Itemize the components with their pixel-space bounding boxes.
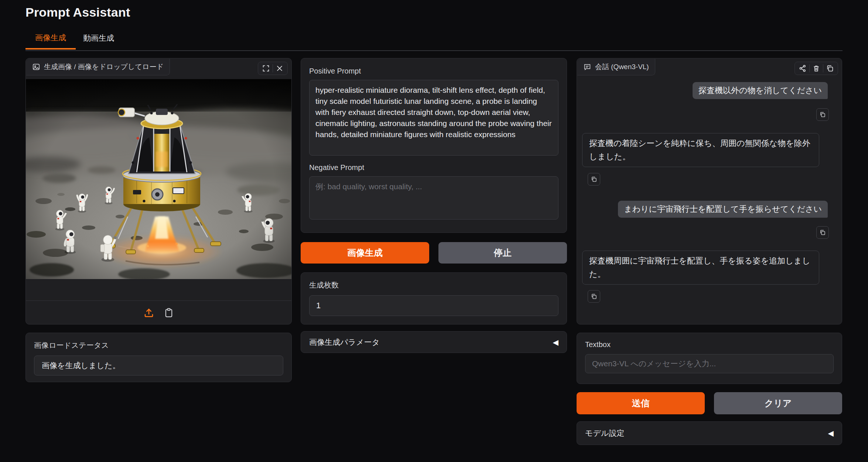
- generated-image-panel: 生成画像 / 画像をドロップしてロード: [25, 58, 292, 325]
- image-params-accordion[interactable]: 画像生成パラメータ ◀: [301, 331, 567, 353]
- chat-panel-label-chip: 会話 (Qwen3-VL): [577, 59, 655, 75]
- accordion-collapsed-icon: ◀: [553, 338, 558, 347]
- textbox-label: Textbox: [585, 340, 834, 349]
- image-panel-label-chip: 生成画像 / 画像をドロップしてロード: [26, 59, 170, 75]
- copy-icon: [819, 111, 826, 118]
- chat-message-list: 探査機以外の物を消してください 探査機の着陸シーンを純粋に保ち、周囲の無関係な物…: [582, 82, 842, 303]
- accordion-collapsed-icon: ◀: [828, 429, 834, 438]
- copy-icon: [826, 64, 834, 72]
- clipboard-icon: [164, 308, 174, 318]
- generate-image-button[interactable]: 画像生成: [301, 242, 429, 264]
- upload-icon: [143, 307, 154, 318]
- chat-message-assistant: 探査機の着陸シーンを純粋に保ち、周囲の無関係な物を除外しました。: [582, 133, 819, 167]
- chat-input-panel: Textbox: [577, 333, 842, 384]
- image-panel-label: 生成画像 / 画像をドロップしてロード: [44, 62, 164, 72]
- chat-message-user: 探査機以外の物を消してください: [693, 82, 828, 99]
- page-title: Prompt Assistant: [25, 5, 130, 20]
- negative-prompt-input[interactable]: [309, 176, 558, 220]
- generation-buttons-row: 画像生成 停止: [301, 242, 567, 264]
- model-settings-accordion-label: モデル設定: [585, 428, 624, 438]
- fullscreen-button[interactable]: [259, 63, 273, 74]
- copy-message-button[interactable]: [588, 290, 600, 303]
- copy-icon: [591, 176, 597, 183]
- image-panel-toolbar: [258, 62, 288, 75]
- copy-message-button[interactable]: [816, 226, 829, 239]
- image-params-accordion-label: 画像生成パラメータ: [309, 337, 380, 347]
- copy-chat-button[interactable]: [823, 63, 837, 74]
- trash-icon: [812, 64, 820, 72]
- tab-image-generation[interactable]: 画像生成: [25, 33, 76, 50]
- upload-image-button[interactable]: [143, 306, 155, 319]
- copy-icon: [819, 229, 826, 236]
- chat-panel-label: 会話 (Qwen3-VL): [595, 62, 649, 72]
- image-count-panel: 生成枚数: [301, 272, 567, 325]
- clear-chat-button[interactable]: [810, 63, 823, 74]
- chat-toolbar: [794, 62, 838, 75]
- chat-message-assistant: 探査機周囲に宇宙飛行士を配置し、手を振る姿を追加しました。: [582, 251, 819, 285]
- image-footer-bar: [26, 300, 291, 324]
- tab-video-generation[interactable]: 動画生成: [83, 33, 114, 50]
- image-status-panel: 画像ロードステータス 画像を生成しました。: [25, 333, 292, 382]
- positive-prompt-label: Positive Prompt: [309, 67, 558, 75]
- generated-image[interactable]: [26, 79, 291, 279]
- fullscreen-icon: [262, 64, 270, 72]
- image-count-input[interactable]: [309, 295, 558, 316]
- image-count-label: 生成枚数: [309, 280, 558, 290]
- paste-image-button[interactable]: [163, 306, 175, 319]
- stop-button[interactable]: 停止: [438, 242, 567, 264]
- image-icon: [32, 63, 40, 71]
- tab-divider: [25, 50, 843, 51]
- chat-bubble-icon: [583, 63, 591, 71]
- clear-button[interactable]: クリア: [714, 392, 842, 414]
- copy-message-button[interactable]: [588, 173, 600, 186]
- copy-message-button[interactable]: [816, 108, 829, 121]
- share-icon: [799, 64, 807, 72]
- clear-image-button[interactable]: [273, 63, 286, 74]
- share-chat-button[interactable]: [796, 63, 809, 74]
- positive-prompt-input[interactable]: hyper-realistic miniature diorama, tilt-…: [309, 80, 558, 156]
- image-status-label: 画像ロードステータス: [34, 340, 283, 350]
- close-icon: [276, 64, 284, 72]
- chat-panel: 会話 (Qwen3-VL): [577, 58, 842, 325]
- model-settings-accordion[interactable]: モデル設定 ◀: [577, 421, 842, 445]
- copy-icon: [591, 293, 597, 300]
- negative-prompt-label: Negative Prompt: [309, 163, 558, 172]
- chat-buttons-row: 送信 クリア: [577, 392, 842, 414]
- prompt-panel: Positive Prompt hyper-realistic miniatur…: [301, 58, 567, 233]
- send-button[interactable]: 送信: [577, 392, 705, 414]
- chat-message-input[interactable]: [585, 354, 834, 373]
- chat-message-user: まわりに宇宙飛行士を配置して手を振らせてください: [618, 201, 828, 218]
- tab-bar: 画像生成 動画生成: [25, 33, 114, 50]
- image-status-value: 画像を生成しました。: [34, 356, 283, 376]
